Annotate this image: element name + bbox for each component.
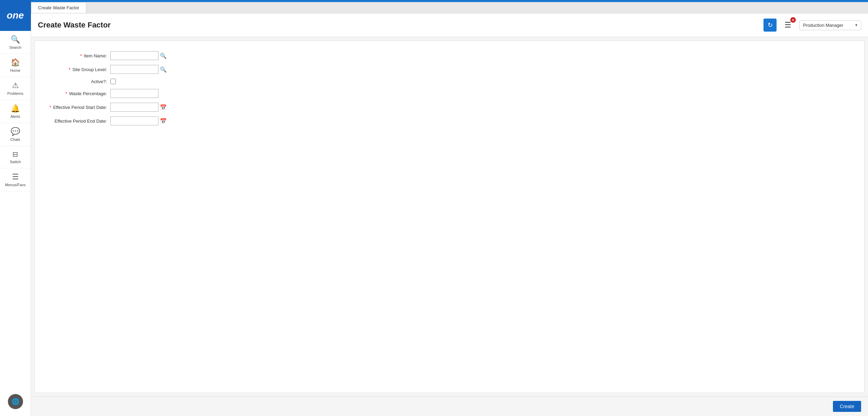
avatar-glyph: 🌐 bbox=[12, 398, 19, 405]
warning-icon: ⚠ bbox=[12, 81, 19, 90]
eff-end-field-group: 📅 bbox=[110, 116, 167, 125]
user-dropdown[interactable]: Production Manager ▾ bbox=[799, 20, 861, 30]
eff-start-calendar-button[interactable]: 📅 bbox=[160, 104, 167, 111]
eff-end-row: Effective Period End Date: 📅 bbox=[42, 116, 857, 125]
switch-icon: ⊟ bbox=[12, 150, 18, 158]
site-group-field-group: 🔍 bbox=[110, 65, 167, 74]
form-container: * Item Name: 🔍 * Site Group Level: bbox=[34, 41, 865, 393]
sidebar-item-search[interactable]: 🔍 Search bbox=[0, 31, 31, 54]
sidebar-item-problems[interactable]: ⚠ Problems bbox=[0, 77, 31, 100]
eff-end-input[interactable] bbox=[110, 116, 158, 125]
item-name-row: * Item Name: 🔍 bbox=[42, 51, 857, 60]
required-marker: * bbox=[80, 53, 82, 58]
sidebar-item-home[interactable]: 🏠 Home bbox=[0, 54, 31, 77]
main-content: Create Waste Factor Create Waste Factor … bbox=[31, 0, 868, 416]
sidebar-bottom: 🌐 bbox=[0, 391, 31, 416]
list-icon: ☰ bbox=[784, 21, 791, 30]
tab-create-waste-factor[interactable]: Create Waste Factor bbox=[31, 2, 86, 13]
sidebar-label-alerts: Alerts bbox=[10, 114, 20, 119]
eff-end-calendar-button[interactable]: 📅 bbox=[160, 118, 167, 124]
eff-end-label: Effective Period End Date: bbox=[42, 119, 110, 124]
tab-bar: Create Waste Factor bbox=[31, 2, 868, 13]
site-group-search-button[interactable]: 🔍 bbox=[160, 66, 167, 73]
waste-percentage-input[interactable] bbox=[110, 89, 158, 98]
sidebar-label-chats: Chats bbox=[10, 137, 20, 142]
sidebar-label-search: Search bbox=[9, 45, 21, 49]
user-dropdown-name: Production Manager bbox=[803, 23, 843, 28]
magnifier-icon: 🔍 bbox=[160, 53, 167, 59]
bell-icon: 🔔 bbox=[11, 104, 20, 113]
list-badge: ★ bbox=[790, 17, 796, 23]
item-name-label: * Item Name: bbox=[42, 53, 110, 58]
page-header: Create Waste Factor ↻ ☰ ★ Production Man… bbox=[31, 13, 868, 37]
content-area: Create Waste Factor ↻ ☰ ★ Production Man… bbox=[31, 13, 868, 416]
eff-start-label: * Effective Period Start Date: bbox=[42, 105, 110, 110]
active-label: Active?: bbox=[42, 79, 110, 84]
search-icon: 🔍 bbox=[11, 35, 20, 44]
waste-percentage-row: * Waste Percentage: bbox=[42, 89, 857, 98]
sidebar-label-switch: Switch bbox=[10, 160, 21, 164]
site-group-input[interactable] bbox=[110, 65, 158, 74]
refresh-icon: ↻ bbox=[768, 21, 773, 29]
item-name-input[interactable] bbox=[110, 51, 158, 60]
header-actions: ↻ ☰ ★ Production Manager ▾ bbox=[763, 19, 861, 32]
eff-start-field-group: 📅 bbox=[110, 103, 167, 112]
active-row: Active?: bbox=[42, 79, 857, 84]
home-icon: 🏠 bbox=[11, 58, 20, 67]
tab-label: Create Waste Factor bbox=[38, 5, 79, 10]
app-logo[interactable]: one bbox=[0, 0, 31, 31]
calendar-icon: 📅 bbox=[160, 104, 167, 110]
sidebar-item-alerts[interactable]: 🔔 Alerts bbox=[0, 100, 31, 123]
magnifier-icon2: 🔍 bbox=[160, 67, 167, 72]
logo-text: one bbox=[7, 10, 24, 21]
sidebar-label-home: Home bbox=[10, 68, 20, 72]
sidebar: one 🔍 Search 🏠 Home ⚠ Problems 🔔 Alerts … bbox=[0, 0, 31, 416]
create-button-label: Create bbox=[840, 404, 854, 409]
site-group-row: * Site Group Level: 🔍 bbox=[42, 65, 857, 74]
user-avatar-icon[interactable]: 🌐 bbox=[8, 394, 23, 409]
page-title: Create Waste Factor bbox=[38, 21, 111, 30]
sidebar-item-switch[interactable]: ⊟ Switch bbox=[0, 146, 31, 168]
menu-icon: ☰ bbox=[12, 172, 19, 181]
calendar-icon2: 📅 bbox=[160, 118, 167, 124]
chevron-down-icon: ▾ bbox=[855, 23, 857, 27]
required-marker3: * bbox=[65, 91, 67, 96]
refresh-button[interactable]: ↻ bbox=[763, 19, 777, 32]
eff-start-row: * Effective Period Start Date: 📅 bbox=[42, 103, 857, 112]
sidebar-item-menus[interactable]: ☰ Menus/Favs bbox=[0, 168, 31, 191]
sidebar-label-menus: Menus/Favs bbox=[5, 183, 26, 187]
item-name-search-button[interactable]: 🔍 bbox=[160, 53, 167, 59]
sidebar-label-problems: Problems bbox=[7, 91, 23, 95]
create-button[interactable]: Create bbox=[833, 401, 861, 412]
form-footer: Create bbox=[31, 396, 868, 416]
site-group-label: * Site Group Level: bbox=[42, 67, 110, 72]
waste-percentage-label: * Waste Percentage: bbox=[42, 91, 110, 96]
sidebar-item-chats[interactable]: 💬 Chats bbox=[0, 123, 31, 146]
active-checkbox[interactable] bbox=[110, 79, 116, 84]
list-button[interactable]: ☰ ★ bbox=[781, 19, 794, 32]
required-marker2: * bbox=[69, 67, 70, 72]
eff-start-input[interactable] bbox=[110, 103, 158, 112]
required-marker4: * bbox=[50, 105, 51, 110]
item-name-field-group: 🔍 bbox=[110, 51, 167, 60]
chat-icon: 💬 bbox=[11, 127, 20, 136]
